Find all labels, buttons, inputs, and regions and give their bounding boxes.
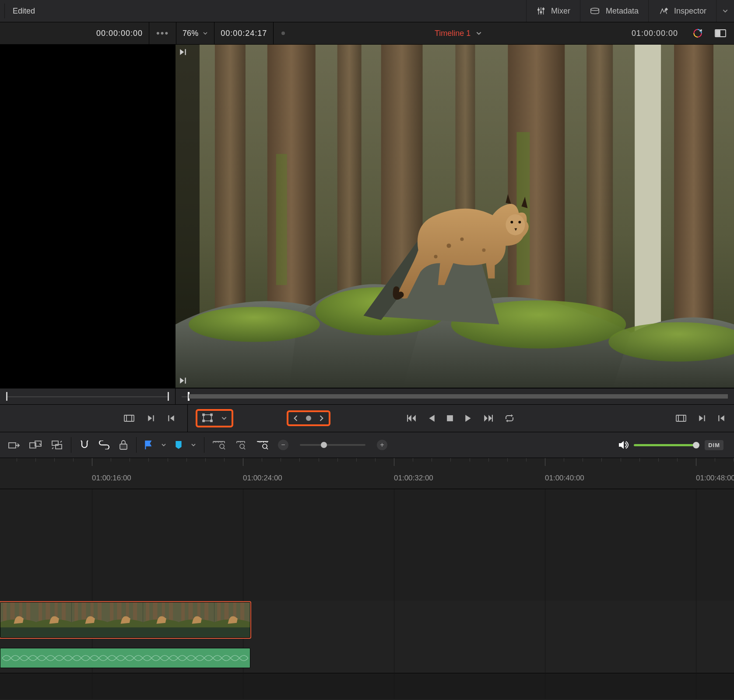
viewer-zoom[interactable]: 76%: [176, 22, 214, 44]
edited-status-label: Edited: [13, 7, 35, 16]
svg-rect-8: [215, 45, 246, 342]
gps-indicator: [281, 32, 285, 35]
bypass-color-button[interactable]: [690, 26, 705, 41]
edit-toolbar: − + DIM: [0, 432, 734, 458]
svg-rect-43: [120, 444, 127, 449]
go-to-in-icon[interactable]: [179, 377, 187, 385]
svg-rect-33: [211, 414, 212, 416]
audio-clip[interactable]: [0, 648, 250, 668]
inspector-icon: [658, 6, 669, 16]
svg-rect-37: [676, 415, 686, 421]
svg-point-45: [240, 444, 244, 448]
ruler-label: 01:00:32:00: [394, 474, 433, 483]
svg-point-46: [263, 444, 267, 448]
svg-point-25: [518, 221, 521, 224]
zoom-in-button[interactable]: +: [377, 440, 387, 450]
snap-button[interactable]: [79, 440, 90, 450]
single-viewer-button[interactable]: [713, 26, 728, 41]
keyframe-nav-highlight: [287, 410, 330, 426]
go-to-start-button[interactable]: [407, 414, 417, 422]
svg-rect-18: [276, 154, 287, 285]
insert-clip-button[interactable]: [8, 440, 20, 450]
timecode-strip: 00:00:00:00 ••• 76% 00:00:24:17 Timeline…: [0, 22, 734, 45]
program-viewer[interactable]: [176, 45, 734, 388]
tab-inspector[interactable]: Inspector: [648, 0, 716, 22]
video-clip[interactable]: [0, 602, 250, 638]
svg-rect-30: [124, 415, 134, 421]
svg-rect-35: [211, 420, 212, 422]
tab-inspector-label: Inspector: [674, 7, 706, 16]
dim-button[interactable]: DIM: [705, 440, 723, 450]
svg-point-2: [543, 8, 544, 10]
svg-rect-17: [516, 132, 530, 285]
timeline-name[interactable]: Timeline 1: [435, 29, 471, 38]
record-timecode[interactable]: 01:00:00:00: [632, 29, 678, 38]
svg-point-0: [538, 9, 540, 10]
link-button[interactable]: [98, 441, 110, 449]
program-timecode[interactable]: 00:00:24:17: [221, 29, 267, 38]
transform-button[interactable]: [202, 413, 213, 423]
marker-button[interactable]: [175, 441, 182, 449]
ruler-label: 01:00:16:00: [92, 474, 131, 483]
loop-button[interactable]: [504, 414, 515, 422]
svg-rect-15: [635, 45, 661, 350]
next-keyframe-button[interactable]: [319, 415, 324, 422]
viewer-zoom-value: 76%: [183, 29, 198, 38]
source-scrubber[interactable]: [0, 388, 176, 404]
transform-overlay-highlight: [196, 409, 233, 427]
transform-dropdown[interactable]: [221, 415, 227, 421]
tab-metadata-label: Metadata: [606, 7, 639, 16]
tab-mixer[interactable]: Mixer: [526, 0, 580, 22]
svg-point-28: [434, 255, 438, 259]
stop-button[interactable]: [446, 415, 453, 422]
program-frame-image: [176, 45, 734, 388]
svg-rect-38: [9, 443, 16, 448]
svg-point-24: [510, 221, 513, 224]
match-frame-program-button[interactable]: [675, 414, 687, 423]
mute-button[interactable]: [618, 440, 629, 450]
next-clip-button[interactable]: [147, 414, 155, 422]
svg-rect-32: [203, 414, 204, 416]
timeline-scrubber[interactable]: [176, 388, 734, 404]
video-track-2[interactable]: [0, 489, 734, 601]
volume-slider[interactable]: [634, 444, 699, 446]
zoom-out-button[interactable]: −: [278, 440, 288, 450]
timeline-dropdown[interactable]: [476, 30, 482, 36]
flag-button[interactable]: [144, 441, 152, 449]
dual-viewer-area: [0, 45, 734, 388]
add-keyframe-button[interactable]: [306, 416, 311, 421]
overwrite-clip-button[interactable]: [29, 440, 42, 450]
timeline-ruler[interactable]: 01:00:16:0001:00:24:0001:00:32:0001:00:4…: [0, 458, 734, 489]
timeline-tracks[interactable]: [0, 489, 734, 699]
svg-rect-14: [586, 45, 613, 342]
prev-keyframe-button[interactable]: [293, 415, 298, 422]
go-to-out-icon[interactable]: [179, 48, 187, 56]
svg-point-26: [446, 244, 451, 248]
play-button[interactable]: [465, 414, 472, 422]
svg-rect-36: [447, 415, 453, 421]
flag-dropdown[interactable]: [161, 442, 166, 448]
ruler-label: 01:00:48:00: [696, 474, 734, 483]
go-to-end-button[interactable]: [483, 414, 493, 422]
panel-dropdown[interactable]: [716, 0, 734, 22]
detail-zoom-button[interactable]: [234, 440, 247, 450]
replace-clip-button[interactable]: [51, 440, 63, 450]
prev-clip-button[interactable]: [167, 414, 175, 422]
position-lock-button[interactable]: [119, 440, 128, 450]
mini-scrub-row: [0, 388, 734, 405]
custom-zoom-button[interactable]: [256, 440, 269, 450]
svg-point-1: [540, 11, 542, 13]
svg-rect-5: [716, 31, 720, 36]
source-viewer[interactable]: [0, 45, 176, 388]
marker-dropdown[interactable]: [191, 442, 196, 448]
match-frame-button[interactable]: [123, 414, 135, 423]
prev-edit-button[interactable]: [717, 414, 725, 422]
source-timecode[interactable]: 00:00:00:00: [96, 29, 143, 38]
play-reverse-button[interactable]: [428, 414, 435, 422]
full-extent-zoom-button[interactable]: [212, 440, 225, 450]
source-options-button[interactable]: •••: [149, 22, 176, 44]
zoom-slider[interactable]: [300, 444, 365, 446]
next-edit-button[interactable]: [698, 414, 706, 422]
svg-rect-16: [674, 45, 713, 350]
tab-metadata[interactable]: Metadata: [580, 0, 648, 22]
